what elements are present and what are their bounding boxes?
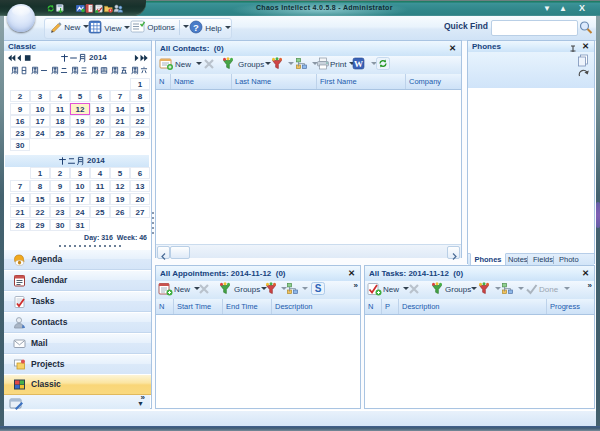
svg-text:W: W (354, 59, 363, 69)
svg-text:S: S (315, 283, 322, 294)
svg-text:?: ? (193, 22, 199, 33)
